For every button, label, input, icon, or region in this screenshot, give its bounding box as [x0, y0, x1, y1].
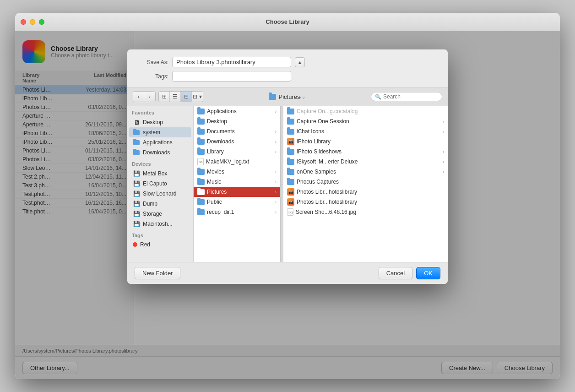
- new-folder-button[interactable]: New Folder: [135, 267, 180, 279]
- save-as-field: Save As: ▲: [136, 57, 439, 67]
- arrow-icon: ›: [443, 119, 444, 124]
- location-label: Pictures: [279, 93, 300, 100]
- sidebar-item-desktop[interactable]: 🖥Desktop: [129, 117, 191, 127]
- col2-item-ichat-icons[interactable]: iChat Icons›: [283, 126, 448, 136]
- folder-icon: [133, 149, 140, 156]
- folder-icon: [287, 179, 294, 185]
- ok-button[interactable]: OK: [416, 267, 440, 279]
- col-item-desktop[interactable]: Desktop: [194, 116, 280, 126]
- folder-icon: [133, 129, 140, 136]
- arrow-icon: ›: [443, 129, 444, 134]
- arrow-icon: ›: [275, 109, 277, 114]
- folder-icon: [197, 169, 205, 175]
- expand-button[interactable]: ▲: [295, 57, 305, 67]
- col-separator-1[interactable]: [281, 106, 283, 262]
- sidebar-item-downloads[interactable]: Downloads: [129, 147, 191, 158]
- dialog-sidebar: Favorites 🖥DesktopsystemApplicationsDown…: [127, 106, 194, 262]
- tags-input[interactable]: [172, 71, 291, 82]
- tags-label: Tags:: [136, 73, 168, 80]
- back-button[interactable]: ‹: [133, 92, 144, 102]
- sidebar-item-applications[interactable]: Applications: [129, 137, 191, 147]
- folder-icon: [197, 179, 205, 185]
- col2-item-iphoto-slideshows[interactable]: iPhoto Slideshows›: [283, 147, 448, 157]
- arrow-icon: ›: [275, 190, 277, 195]
- close-button[interactable]: [21, 19, 26, 25]
- tags-section-label: Tags: [127, 229, 193, 240]
- view-column-button[interactable]: ⊟: [181, 92, 192, 102]
- search-icon: 🔍: [375, 94, 381, 100]
- save-dialog: Save As: ▲ Tags: ‹ › ⊞: [127, 49, 448, 284]
- search-input[interactable]: [383, 93, 438, 100]
- search-box: 🔍: [371, 92, 442, 101]
- col-item-library[interactable]: Library›: [194, 147, 280, 157]
- dialog-tags-list: Red: [127, 240, 193, 249]
- view-icon-button[interactable]: ⊞: [159, 92, 170, 102]
- arrow-icon: ›: [275, 129, 277, 134]
- image-icon: jpg: [287, 208, 293, 216]
- forward-button[interactable]: ›: [144, 92, 155, 102]
- folder-icon: [197, 129, 205, 135]
- folder-icon: [197, 199, 205, 205]
- hdd-icon: 💾: [133, 210, 140, 218]
- nav-button-group: ‹ ›: [133, 91, 156, 102]
- view-cover-button[interactable]: ⊡ ▾: [192, 92, 203, 102]
- col2-item-onone-samples[interactable]: onOne Samples›: [283, 167, 448, 177]
- tag-item-red[interactable]: Red: [129, 240, 191, 249]
- hdd-icon: 💾: [133, 200, 140, 207]
- col-item-applications[interactable]: Applications›: [194, 106, 280, 116]
- col-item-movies[interactable]: Movies›: [194, 167, 280, 177]
- col2-item-photos-libr---hotoslibrary[interactable]: 📷Photos Libr...hotoslibrary: [283, 197, 448, 207]
- folder-icon: [287, 129, 294, 135]
- save-as-input[interactable]: [172, 57, 291, 67]
- arrow-icon: ›: [275, 210, 277, 215]
- hdd-icon: 💾: [133, 170, 140, 177]
- sidebar-item-system[interactable]: system: [129, 127, 191, 137]
- favorites-label: Favorites: [127, 106, 193, 117]
- col-item-documents[interactable]: Documents›: [194, 126, 280, 136]
- arrow-icon: ›: [275, 169, 277, 174]
- photo-library-icon: 📷: [287, 188, 294, 196]
- device-item-macintosh[interactable]: 💾Macintosh...: [129, 219, 191, 229]
- column-panels: Applications›DesktopDocuments›Downloads›…: [194, 106, 448, 262]
- window-title: Choose Library: [266, 18, 309, 25]
- photo-library-icon: 📷: [287, 198, 294, 206]
- maximize-button[interactable]: [39, 19, 44, 25]
- file-icon: txt: [197, 158, 204, 165]
- traffic-lights: [21, 19, 44, 25]
- col2-item-capture-one-session[interactable]: Capture One Session›: [283, 116, 448, 126]
- device-item-el-caputo[interactable]: 💾El Caputo: [129, 179, 191, 189]
- folder-icon: [197, 119, 205, 125]
- col-item-pictures[interactable]: Pictures›: [194, 187, 280, 197]
- dialog-action-buttons: Cancel OK: [379, 267, 440, 279]
- device-item-storage[interactable]: 💾Storage: [129, 209, 191, 219]
- view-list-button[interactable]: ☰: [170, 92, 181, 102]
- folder-icon: [133, 139, 140, 146]
- dialog-toolbar: ‹ › ⊞ ☰ ⊟ ⊡ ▾ Pictures ⌄: [127, 87, 448, 106]
- col-item-downloads[interactable]: Downloads›: [194, 136, 280, 147]
- col2-item-iphoto-library[interactable]: 📷iPhoto Library: [283, 136, 448, 147]
- location-wrapper[interactable]: Pictures ⌄: [269, 93, 306, 100]
- col-item-recup_dir-1[interactable]: recup_dir.1›: [194, 207, 280, 217]
- cancel-button[interactable]: Cancel: [379, 267, 412, 279]
- desktop-icon: 🖥: [133, 119, 140, 126]
- col2-item-iskysoft-im---erter-deluxe[interactable]: iSkysoft iM...erter Deluxe›: [283, 157, 448, 167]
- column-panel-2: Capture On...g.cocatalogCapture One Sess…: [283, 106, 448, 262]
- photo-library-icon: 📷: [287, 138, 294, 145]
- col-item-makemkv_log-txt[interactable]: txtMakeMKV_log.txt: [194, 157, 280, 167]
- arrow-icon: ›: [275, 149, 277, 154]
- device-item-metal-box[interactable]: 💾Metal Box: [129, 169, 191, 179]
- save-as-label: Save As:: [136, 59, 168, 65]
- device-item-dump[interactable]: 💾Dump: [129, 199, 191, 209]
- hdd-icon: 💾: [133, 180, 140, 187]
- col2-item-capture-on---g-cocatalog[interactable]: Capture On...g.cocatalog: [283, 106, 448, 116]
- col2-item-phocus-captures[interactable]: Phocus Captures: [283, 177, 448, 187]
- col-item-music[interactable]: Music›: [194, 177, 280, 187]
- macos-window: Choose Library Choose Library Choose a p…: [15, 13, 560, 379]
- col-item-public[interactable]: Public›: [194, 197, 280, 207]
- folder-icon: [287, 149, 294, 155]
- minimize-button[interactable]: [30, 19, 35, 25]
- device-item-slow-leonard[interactable]: 💾Slow Leonard: [129, 189, 191, 199]
- folder-icon: [287, 169, 294, 175]
- col2-item-photos-libr---hotoslibrary[interactable]: 📷Photos Libr...hotoslibrary: [283, 187, 448, 197]
- col2-item-screen-sho---6-48-16-jpg[interactable]: jpgScreen Sho...6.48.16.jpg: [283, 207, 448, 217]
